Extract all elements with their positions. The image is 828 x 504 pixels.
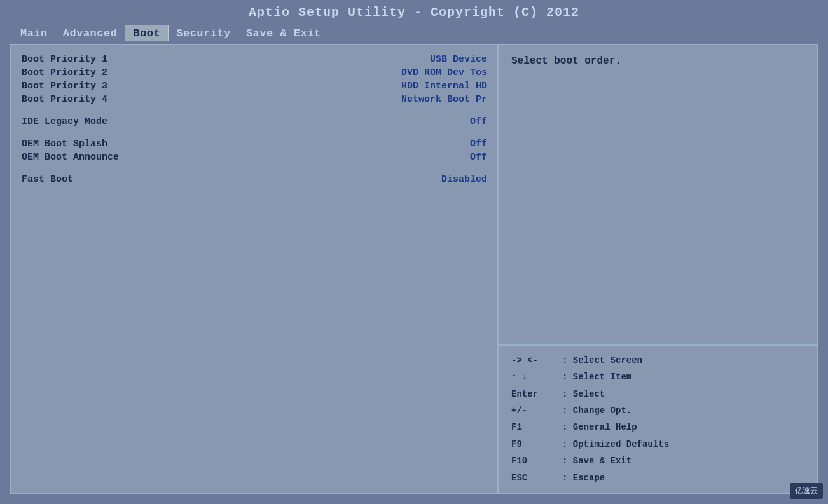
keybinding-desc: : Save & Exit [562, 454, 804, 468]
setting-value: HDD Internal HD [401, 81, 487, 92]
keybinding-desc: : Select Screen [562, 353, 804, 367]
setting-label: Boot Priority 3 [22, 81, 107, 92]
setting-row[interactable]: OEM Boot AnnounceOff [22, 151, 487, 164]
keybinding-desc: : Select Item [562, 370, 804, 384]
keybindings-panel: -> <-: Select Screen↑ ↓: Select ItemEnte… [499, 346, 817, 493]
setting-label: Fast Boot [22, 174, 73, 185]
keybinding-row: ↑ ↓: Select Item [511, 370, 804, 384]
keybinding-row: +/-: Change Opt. [511, 404, 804, 418]
keybinding-row: F9: Optimized Defaults [511, 437, 804, 451]
title-text: Aptio Setup Utility - Copyright (C) 2012 [249, 5, 579, 20]
title-bar: Aptio Setup Utility - Copyright (C) 2012 [0, 0, 828, 24]
keybinding-key: Enter [511, 387, 562, 401]
keybinding-desc: : Select [562, 387, 804, 401]
setting-row[interactable]: IDE Legacy ModeOff [22, 115, 487, 128]
setting-label: IDE Legacy Mode [22, 116, 107, 127]
keybinding-desc: : Optimized Defaults [562, 437, 804, 451]
nav-item-boot[interactable]: Boot [125, 25, 169, 41]
keybinding-desc: : General Help [562, 420, 804, 434]
setting-value: Off [470, 116, 487, 127]
watermark: 亿速云 [790, 483, 823, 499]
left-panel: Boot Priority 1USB DeviceBoot Priority 2… [11, 45, 499, 493]
nav-item-advanced[interactable]: Advanced [55, 25, 125, 41]
nav-bar: MainAdvancedBootSecuritySave & Exit [0, 24, 828, 41]
spacer [22, 128, 487, 137]
setting-label: OEM Boot Splash [22, 139, 107, 149]
setting-row[interactable]: Boot Priority 4Network Boot Pr [22, 93, 487, 106]
spacer [22, 106, 487, 115]
nav-item-security[interactable]: Security [169, 25, 238, 41]
setting-value: Off [470, 152, 487, 163]
keybinding-desc: : Change Opt. [562, 404, 804, 418]
keybinding-key: ↑ ↓ [511, 370, 562, 384]
setting-value: DVD ROM Dev Tos [401, 67, 487, 78]
nav-item-main[interactable]: Main [13, 25, 55, 41]
setting-row[interactable]: Boot Priority 1USB Device [22, 53, 487, 66]
setting-value: Network Boot Pr [401, 94, 487, 105]
bios-screen: Aptio Setup Utility - Copyright (C) 2012… [0, 0, 828, 504]
help-text: Select boot order. [499, 45, 817, 346]
keybinding-key: +/- [511, 404, 562, 418]
setting-row[interactable]: Fast BootDisabled [22, 173, 487, 186]
keybinding-row: F1: General Help [511, 420, 804, 434]
keybinding-key: F10 [511, 454, 562, 468]
spacer [22, 164, 487, 173]
keybinding-key: F9 [511, 437, 562, 451]
keybinding-key: F1 [511, 420, 562, 434]
setting-label: OEM Boot Announce [22, 152, 119, 163]
right-panel: Select boot order. -> <-: Select Screen↑… [499, 45, 817, 493]
setting-value: Disabled [441, 174, 487, 185]
setting-row[interactable]: Boot Priority 2DVD ROM Dev Tos [22, 66, 487, 79]
setting-label: Boot Priority 2 [22, 67, 107, 78]
setting-value: Off [470, 139, 487, 149]
setting-row[interactable]: Boot Priority 3HDD Internal HD [22, 79, 487, 93]
keybinding-row: -> <-: Select Screen [511, 353, 804, 367]
keybinding-key: ESC [511, 471, 562, 485]
keybinding-row: F10: Save & Exit [511, 454, 804, 468]
setting-label: Boot Priority 1 [22, 54, 107, 65]
nav-item-save--exit[interactable]: Save & Exit [238, 25, 329, 41]
setting-label: Boot Priority 4 [22, 94, 107, 105]
setting-value: USB Device [430, 54, 487, 65]
main-content: Boot Priority 1USB DeviceBoot Priority 2… [10, 44, 818, 494]
keybinding-row: ESC: Escape [511, 471, 804, 485]
keybinding-desc: : Escape [562, 471, 804, 485]
keybinding-key: -> <- [511, 353, 562, 367]
keybinding-row: Enter: Select [511, 387, 804, 401]
setting-row[interactable]: OEM Boot SplashOff [22, 137, 487, 151]
